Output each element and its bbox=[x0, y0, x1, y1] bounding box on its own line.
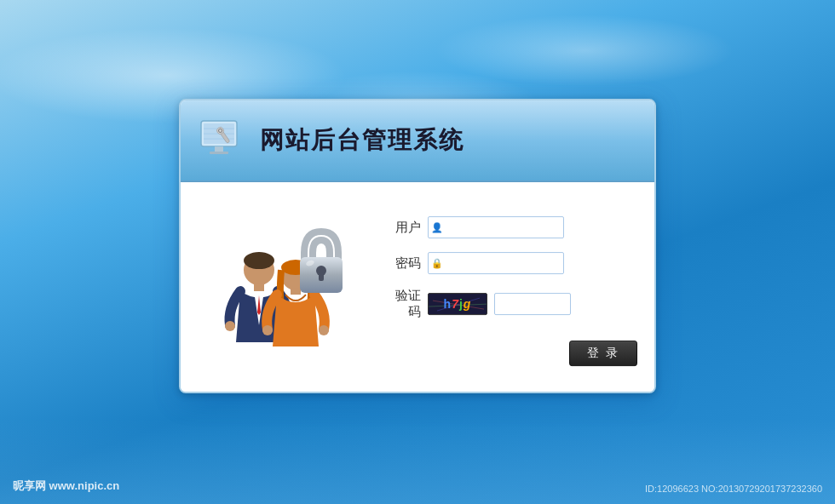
form-area: 用户 👤 密码 🔒 验证码 bbox=[385, 208, 637, 366]
dialog-header: 网站后台管理系统 bbox=[181, 100, 654, 182]
username-row: 用户 👤 bbox=[385, 216, 637, 238]
username-label: 用户 bbox=[385, 220, 421, 236]
password-row: 密码 🔒 bbox=[385, 252, 637, 274]
password-label: 密码 bbox=[385, 255, 421, 272]
password-input[interactable] bbox=[428, 252, 564, 274]
login-button-row: 登 录 bbox=[385, 337, 637, 366]
captcha-row: 验证码 h7jg bbox=[385, 288, 637, 320]
dialog-body: 用户 👤 密码 🔒 验证码 bbox=[181, 182, 654, 392]
login-button[interactable]: 登 录 bbox=[569, 341, 637, 366]
svg-rect-5 bbox=[215, 146, 223, 152]
login-dialog: 网站后台管理系统 bbox=[179, 99, 656, 393]
password-input-wrapper: 🔒 bbox=[428, 252, 564, 274]
svg-rect-22 bbox=[319, 272, 324, 281]
svg-point-18 bbox=[262, 325, 273, 335]
captcha-char-7: 7 bbox=[452, 297, 459, 311]
captcha-label: 验证码 bbox=[385, 288, 421, 320]
watermark-right: ID:12096623 NO:20130729201737232360 bbox=[645, 484, 822, 494]
captcha-text: h7jg bbox=[444, 297, 472, 311]
captcha-input[interactable] bbox=[494, 293, 571, 315]
lock-illustration bbox=[215, 215, 351, 359]
watermark-right-text: ID:12096623 NO:20130729201737232360 bbox=[645, 484, 822, 494]
svg-rect-12 bbox=[254, 283, 264, 291]
svg-point-11 bbox=[244, 252, 274, 269]
svg-point-19 bbox=[319, 325, 329, 335]
watermark-left: 昵享网 www.nipic.cn bbox=[13, 478, 119, 494]
captcha-group: h7jg bbox=[428, 293, 571, 315]
svg-point-13 bbox=[225, 321, 235, 331]
watermark-left-text: 昵享网 www.nipic.cn bbox=[13, 479, 119, 492]
svg-rect-6 bbox=[210, 152, 228, 154]
dialog-title: 网站后台管理系统 bbox=[260, 124, 464, 157]
username-input[interactable] bbox=[428, 216, 564, 238]
illustration-area bbox=[198, 208, 368, 366]
captcha-char-h: h bbox=[444, 297, 452, 311]
captcha-image[interactable]: h7jg bbox=[428, 293, 487, 315]
captcha-char-g: g bbox=[464, 297, 472, 311]
svg-rect-17 bbox=[291, 288, 301, 295]
username-input-wrapper: 👤 bbox=[428, 216, 564, 238]
computer-settings-icon bbox=[198, 116, 247, 165]
